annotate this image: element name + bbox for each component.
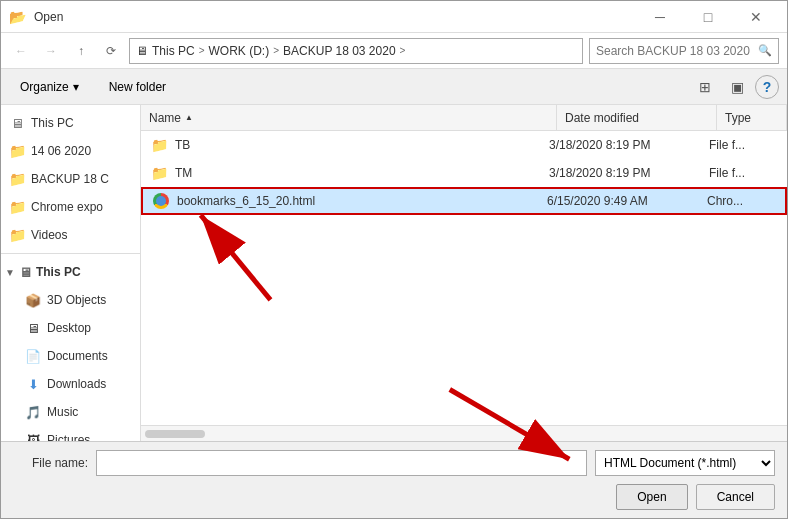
- sidebar-backup18c-label: BACKUP 18 C: [31, 172, 109, 186]
- folder-yellow-icon-2: 📁: [9, 171, 25, 187]
- file-tm-name: TM: [175, 166, 549, 180]
- expand-arrow-icon: ▼: [5, 267, 15, 278]
- dialog-title: Open: [34, 10, 63, 24]
- file-tm-date: 3/18/2020 8:19 PM: [549, 166, 709, 180]
- column-header-type[interactable]: Type: [717, 105, 787, 130]
- breadcrumb-sep3: >: [400, 45, 406, 56]
- new-folder-label: New folder: [109, 80, 166, 94]
- sidebar-item-documents[interactable]: 📄 Documents: [1, 342, 140, 370]
- organize-button[interactable]: Organize ▾: [9, 73, 90, 101]
- downloads-icon: ⬇: [25, 376, 41, 392]
- view-toggle-button[interactable]: ⊞: [691, 73, 719, 101]
- sidebar-videos-quick-label: Videos: [31, 228, 67, 242]
- folder-tm-icon: 📁: [149, 163, 169, 183]
- pane-toggle-button[interactable]: ▣: [723, 73, 751, 101]
- file-tb-date: 3/18/2020 8:19 PM: [549, 138, 709, 152]
- title-bar-left: 📂 Open: [9, 9, 63, 25]
- help-button[interactable]: ?: [755, 75, 779, 99]
- pc-icon: 🖥: [9, 115, 25, 131]
- file-item-bookmarks[interactable]: bookmarks_6_15_20.html 6/15/2020 9:49 AM…: [141, 187, 787, 215]
- sidebar-item-videos-quick[interactable]: 📁 Videos: [1, 221, 140, 249]
- music-icon: 🎵: [25, 404, 41, 420]
- 3d-objects-icon: 📦: [25, 292, 41, 308]
- chrome-file-icon: [151, 191, 171, 211]
- sidebar-desktop-label: Desktop: [47, 321, 91, 335]
- scroll-thumb[interactable]: [145, 430, 205, 438]
- title-controls: ─ □ ✕: [637, 1, 779, 33]
- main-content: 🖥 This PC 📁 14 06 2020 📁 BACKUP 18 C: [1, 105, 787, 441]
- title-bar: 📂 Open ─ □ ✕: [1, 1, 787, 33]
- sidebar-documents-label: Documents: [47, 349, 108, 363]
- column-header-name[interactable]: Name ▲: [141, 105, 557, 130]
- maximize-button[interactable]: □: [685, 1, 731, 33]
- column-name-label: Name: [149, 111, 181, 125]
- this-pc-section: ▼ 🖥 This PC 📦 3D Objects 🖥 Desktop: [1, 258, 140, 441]
- sidebar-item-backup18c[interactable]: 📁 BACKUP 18 C: [1, 165, 140, 193]
- view-controls: ⊞ ▣ ?: [691, 73, 779, 101]
- file-list-header: Name ▲ Date modified Type: [141, 105, 787, 131]
- sidebar-this-pc-label: This PC: [31, 116, 74, 130]
- file-list: 📁 TB 3/18/2020 8:19 PM File f... 📁 TM 3/…: [141, 131, 787, 425]
- sidebar-item-music[interactable]: 🎵 Music: [1, 398, 140, 426]
- sidebar-music-label: Music: [47, 405, 78, 419]
- filetype-select[interactable]: HTML Document (*.html): [595, 450, 775, 476]
- breadcrumb[interactable]: 🖥 This PC > WORK (D:) > BACKUP 18 03 202…: [129, 38, 583, 64]
- up-button[interactable]: ↑: [69, 39, 93, 63]
- horizontal-scrollbar[interactable]: [141, 425, 787, 441]
- new-folder-button[interactable]: New folder: [98, 73, 177, 101]
- sidebar-item-this-pc-quick[interactable]: 🖥 This PC: [1, 109, 140, 137]
- file-tm-type: File f...: [709, 166, 779, 180]
- documents-icon: 📄: [25, 348, 41, 364]
- this-pc-header[interactable]: ▼ 🖥 This PC: [1, 258, 140, 286]
- sidebar-item-pictures[interactable]: 🖼 Pictures: [1, 426, 140, 441]
- sidebar-item-desktop[interactable]: 🖥 Desktop: [1, 314, 140, 342]
- sidebar-item-3d-objects[interactable]: 📦 3D Objects: [1, 286, 140, 314]
- dialog-icon: 📂: [9, 9, 26, 25]
- open-dialog: 📂 Open ─ □ ✕ ← → ↑ ⟳ 🖥 This PC > WORK (D…: [0, 0, 788, 519]
- sidebar-chrome-expo-label: Chrome expo: [31, 200, 103, 214]
- search-input[interactable]: [596, 44, 754, 58]
- desktop-icon: 🖥: [25, 320, 41, 336]
- column-type-label: Type: [725, 111, 751, 125]
- sidebar-item-14062020[interactable]: 📁 14 06 2020: [1, 137, 140, 165]
- bottom-bar: File name: HTML Document (*.html) Open C…: [1, 441, 787, 518]
- open-button[interactable]: Open: [616, 484, 687, 510]
- filename-row: File name: HTML Document (*.html): [13, 450, 775, 476]
- breadcrumb-sep1: >: [199, 45, 205, 56]
- file-tb-name: TB: [175, 138, 549, 152]
- sidebar: 🖥 This PC 📁 14 06 2020 📁 BACKUP 18 C: [1, 105, 141, 441]
- sort-arrow-icon: ▲: [185, 113, 193, 122]
- file-item-tb[interactable]: 📁 TB 3/18/2020 8:19 PM File f...: [141, 131, 787, 159]
- filename-input[interactable]: [96, 450, 587, 476]
- sidebar-downloads-label: Downloads: [47, 377, 106, 391]
- this-pc-header-label: This PC: [36, 265, 81, 279]
- organize-label: Organize: [20, 80, 69, 94]
- column-header-date[interactable]: Date modified: [557, 105, 717, 130]
- sidebar-14062020-label: 14 06 2020: [31, 144, 91, 158]
- breadcrumb-this-pc: This PC: [152, 44, 195, 58]
- folder-yellow-icon-4: 📁: [9, 227, 25, 243]
- address-bar: ← → ↑ ⟳ 🖥 This PC > WORK (D:) > BACKUP 1…: [1, 33, 787, 69]
- breadcrumb-sep2: >: [273, 45, 279, 56]
- forward-button[interactable]: →: [39, 39, 63, 63]
- folder-tb-icon: 📁: [149, 135, 169, 155]
- cancel-button[interactable]: Cancel: [696, 484, 775, 510]
- sidebar-item-chrome-expo[interactable]: 📁 Chrome expo: [1, 193, 140, 221]
- file-list-area: Name ▲ Date modified Type 📁 TB: [141, 105, 787, 441]
- file-bookmarks-name: bookmarks_6_15_20.html: [177, 194, 547, 208]
- minimize-button[interactable]: ─: [637, 1, 683, 33]
- sidebar-pictures-label: Pictures: [47, 433, 90, 441]
- file-bookmarks-type: Chro...: [707, 194, 777, 208]
- search-icon: 🔍: [758, 44, 772, 57]
- actions-row: Open Cancel: [13, 484, 775, 510]
- folder-yellow-icon-3: 📁: [9, 199, 25, 215]
- refresh-button[interactable]: ⟳: [99, 39, 123, 63]
- sidebar-3d-objects-label: 3D Objects: [47, 293, 106, 307]
- file-item-tm[interactable]: 📁 TM 3/18/2020 8:19 PM File f...: [141, 159, 787, 187]
- back-button[interactable]: ←: [9, 39, 33, 63]
- folder-yellow-icon: 📁: [9, 143, 25, 159]
- column-date-label: Date modified: [565, 111, 639, 125]
- close-button[interactable]: ✕: [733, 1, 779, 33]
- sidebar-item-downloads[interactable]: ⬇ Downloads: [1, 370, 140, 398]
- file-bookmarks-date: 6/15/2020 9:49 AM: [547, 194, 707, 208]
